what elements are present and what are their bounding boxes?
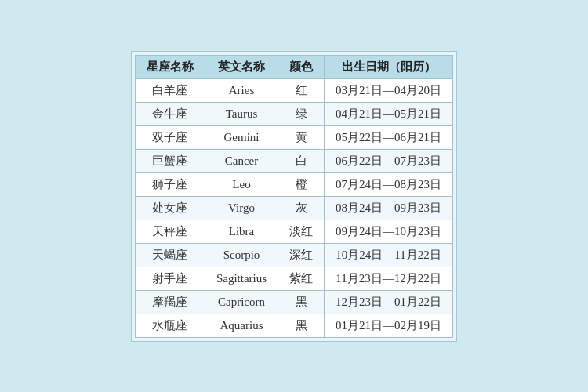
- cell-dates: 04月21日—05月21日: [325, 102, 453, 125]
- cell-color: 深红: [278, 243, 325, 267]
- table-row: 白羊座Aries红03月21日—04月20日: [135, 78, 452, 102]
- header-english-name: 英文名称: [205, 55, 278, 78]
- cell-chinese-name: 天蝎座: [135, 243, 205, 267]
- cell-chinese-name: 射手座: [135, 267, 205, 290]
- cell-chinese-name: 白羊座: [135, 78, 205, 102]
- cell-dates: 10月24日—11月22日: [325, 243, 453, 267]
- cell-chinese-name: 巨蟹座: [135, 149, 205, 172]
- table-row: 狮子座Leo橙07月24日—08月23日: [135, 172, 452, 196]
- cell-english-name: Cancer: [205, 149, 278, 172]
- table-row: 摩羯座Capricorn黑12月23日—01月22日: [135, 290, 452, 314]
- zodiac-table: 星座名称 英文名称 颜色 出生日期（阳历） 白羊座Aries红03月21日—04…: [135, 55, 453, 338]
- cell-dates: 06月22日—07月23日: [325, 149, 453, 172]
- cell-english-name: Leo: [205, 172, 278, 196]
- table-row: 水瓶座Aquarius黑01月21日—02月19日: [135, 314, 452, 337]
- cell-english-name: Scorpio: [205, 243, 278, 267]
- cell-dates: 08月24日—09月23日: [325, 196, 453, 220]
- zodiac-table-container: 星座名称 英文名称 颜色 出生日期（阳历） 白羊座Aries红03月21日—04…: [131, 51, 457, 342]
- cell-color: 红: [278, 78, 325, 102]
- cell-color: 淡红: [278, 220, 325, 243]
- cell-color: 黄: [278, 125, 325, 149]
- header-color: 颜色: [278, 55, 325, 78]
- cell-chinese-name: 处女座: [135, 196, 205, 220]
- cell-chinese-name: 狮子座: [135, 172, 205, 196]
- table-row: 处女座Virgo灰08月24日—09月23日: [135, 196, 452, 220]
- table-row: 射手座Sagittarius紫红11月23日—12月22日: [135, 267, 452, 290]
- cell-color: 紫红: [278, 267, 325, 290]
- header-chinese-name: 星座名称: [135, 55, 205, 78]
- cell-english-name: Virgo: [205, 196, 278, 220]
- cell-chinese-name: 天秤座: [135, 220, 205, 243]
- cell-english-name: Taurus: [205, 102, 278, 125]
- cell-dates: 07月24日—08月23日: [325, 172, 453, 196]
- table-row: 天秤座Libra淡红09月24日—10月23日: [135, 220, 452, 243]
- cell-color: 黑: [278, 290, 325, 314]
- cell-english-name: Libra: [205, 220, 278, 243]
- cell-chinese-name: 双子座: [135, 125, 205, 149]
- cell-color: 橙: [278, 172, 325, 196]
- cell-chinese-name: 水瓶座: [135, 314, 205, 337]
- cell-english-name: Capricorn: [205, 290, 278, 314]
- cell-color: 黑: [278, 314, 325, 337]
- table-row: 天蝎座Scorpio深红10月24日—11月22日: [135, 243, 452, 267]
- table-row: 双子座Gemini黄05月22日—06月21日: [135, 125, 452, 149]
- cell-dates: 05月22日—06月21日: [325, 125, 453, 149]
- cell-english-name: Aquarius: [205, 314, 278, 337]
- header-dates: 出生日期（阳历）: [325, 55, 453, 78]
- cell-dates: 09月24日—10月23日: [325, 220, 453, 243]
- cell-chinese-name: 金牛座: [135, 102, 205, 125]
- table-row: 巨蟹座Cancer白06月22日—07月23日: [135, 149, 452, 172]
- cell-english-name: Sagittarius: [205, 267, 278, 290]
- table-row: 金牛座Taurus绿04月21日—05月21日: [135, 102, 452, 125]
- cell-color: 白: [278, 149, 325, 172]
- cell-dates: 03月21日—04月20日: [325, 78, 453, 102]
- cell-dates: 12月23日—01月22日: [325, 290, 453, 314]
- cell-color: 灰: [278, 196, 325, 220]
- cell-english-name: Gemini: [205, 125, 278, 149]
- table-header-row: 星座名称 英文名称 颜色 出生日期（阳历）: [135, 55, 452, 78]
- cell-color: 绿: [278, 102, 325, 125]
- cell-english-name: Aries: [205, 78, 278, 102]
- table-body: 白羊座Aries红03月21日—04月20日金牛座Taurus绿04月21日—0…: [135, 78, 452, 337]
- cell-dates: 01月21日—02月19日: [325, 314, 453, 337]
- cell-chinese-name: 摩羯座: [135, 290, 205, 314]
- cell-dates: 11月23日—12月22日: [325, 267, 453, 290]
